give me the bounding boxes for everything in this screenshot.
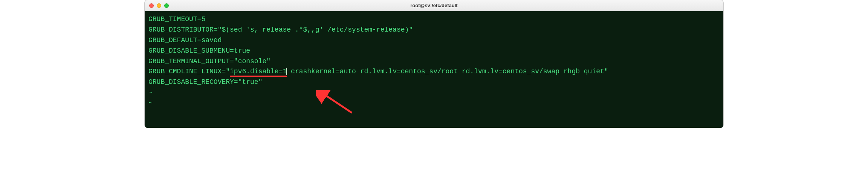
close-icon[interactable] — [149, 3, 154, 8]
terminal-line-highlighted: GRUB_CMDLINE_LINUX="ipv6.disable=1 crash… — [148, 67, 720, 77]
vim-tilde: ~ — [148, 88, 720, 98]
vim-tilde: ~ — [148, 98, 720, 109]
line-suffix: crashkernel=auto rd.lvm.lv=centos_sv/roo… — [287, 68, 608, 75]
terminal-line: GRUB_TERMINAL_OUTPUT="console" — [148, 56, 720, 67]
terminal-line: GRUB_DISABLE_SUBMENU=true — [148, 46, 720, 56]
terminal-window: root@sv:/etc/default GRUB_TIMEOUT=5 GRUB… — [145, 0, 723, 128]
terminal-line: GRUB_DISTRIBUTOR="$(sed 's, release .*$,… — [148, 25, 720, 35]
terminal-body[interactable]: GRUB_TIMEOUT=5 GRUB_DISTRIBUTOR="$(sed '… — [145, 11, 723, 128]
terminal-line: GRUB_DEFAULT=saved — [148, 35, 720, 46]
terminal-line: GRUB_TIMEOUT=5 — [148, 14, 720, 25]
terminal-line: GRUB_DISABLE_RECOVERY="true" — [148, 77, 720, 88]
highlighted-param: ipv6.disable=1 — [230, 68, 287, 77]
titlebar: root@sv:/etc/default — [145, 0, 723, 11]
traffic-lights — [145, 3, 169, 8]
line-prefix: GRUB_CMDLINE_LINUX=" — [148, 68, 230, 75]
minimize-icon[interactable] — [157, 3, 161, 8]
window-title: root@sv:/etc/default — [145, 3, 723, 8]
maximize-icon[interactable] — [164, 3, 169, 8]
